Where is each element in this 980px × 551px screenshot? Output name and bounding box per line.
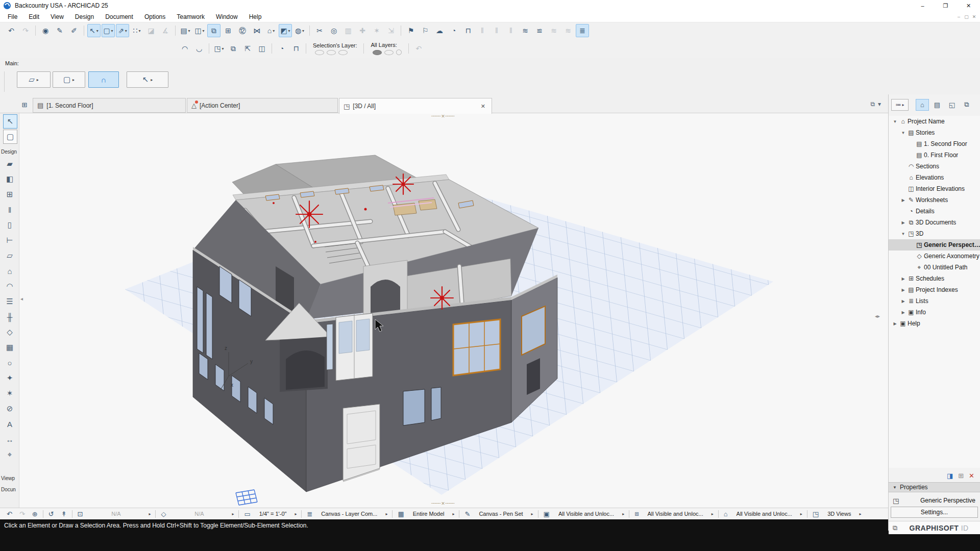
menu-help[interactable]: Help xyxy=(243,12,267,21)
model-view-value[interactable]: All Visible and Unloc... xyxy=(553,511,619,517)
chevron-collapsed-icon[interactable]: ▶ xyxy=(900,299,906,304)
chevron-expanded-icon[interactable]: ▼ xyxy=(900,131,906,135)
tab-overview-icon[interactable]: ⧉ xyxy=(870,101,875,108)
editing-plane-icon[interactable]: ◪ xyxy=(144,24,158,37)
close-button[interactable]: ✕ xyxy=(957,0,980,11)
search-icon[interactable]: ◎ xyxy=(327,24,340,37)
graphisoft-id-bar[interactable]: ⧉ GRAPHISOFT ID xyxy=(889,521,980,534)
3d-views-icon[interactable]: ◳ xyxy=(809,510,822,518)
tree-item-generic-perspective[interactable]: ◳Generic Perspective xyxy=(889,239,980,251)
opening-tool-icon[interactable]: ⊘ xyxy=(3,402,16,415)
quick-lock-icon[interactable]: ⊓ xyxy=(289,42,303,55)
mesh-tool-icon[interactable]: ▦ xyxy=(3,341,16,354)
door-tool-icon[interactable]: ◧ xyxy=(3,172,16,186)
dropdown-arrow-icon[interactable]: ▾ xyxy=(111,29,113,33)
chevron-collapsed-icon[interactable]: ▶ xyxy=(900,288,906,292)
tab-action-center[interactable]: △[Action Center] xyxy=(187,98,338,113)
layer-status-indicator[interactable] xyxy=(396,49,402,55)
dimension-link-icon[interactable]: ⋈ xyxy=(250,24,263,37)
panel-add-icon[interactable]: ⊞ xyxy=(958,472,964,480)
viewport-top-handle[interactable]: ╌╌╌╌ ✕ ╌╌╌╌ xyxy=(431,114,454,119)
magic-wand-icon[interactable]: ✶ xyxy=(370,24,383,37)
camera-tool-icon[interactable]: ⌖ xyxy=(3,448,16,461)
right-splitter-icon[interactable]: ◂▸ xyxy=(875,313,880,319)
menu-options[interactable]: Options xyxy=(139,12,171,21)
roof-tool-icon[interactable]: ⌂ xyxy=(3,264,16,278)
chevron-collapsed-icon[interactable]: ▶ xyxy=(900,277,906,281)
shell-tool-icon[interactable]: ◠ xyxy=(3,280,16,293)
zoom-in-icon[interactable]: ⊕ xyxy=(29,510,41,518)
tree-item-details[interactable]: ◔Details xyxy=(889,206,980,217)
layer-combination-value[interactable]: Canvas - Layer Com... xyxy=(316,511,382,517)
properties-header[interactable]: ▼ Properties xyxy=(889,482,980,492)
tree-item-lists[interactable]: ▶≣Lists xyxy=(889,295,980,307)
profile-manager-icon[interactable]: ◫▾ xyxy=(193,24,206,37)
tree-item-help[interactable]: ▶▣Help xyxy=(889,318,980,329)
menu-teamwork[interactable]: Teamwork xyxy=(171,12,210,21)
chevron-expanded-icon[interactable]: ▼ xyxy=(892,119,898,124)
left-splitter-icon[interactable]: ◂ xyxy=(20,296,23,302)
dropdown-arrow-icon[interactable]: ▸ xyxy=(151,78,153,82)
dropdown-arrow-icon[interactable]: ▾ xyxy=(188,29,190,33)
railing-tool-icon[interactable]: ╫ xyxy=(3,310,16,323)
layer-status-indicator[interactable] xyxy=(327,50,336,55)
marquee-tool-icon[interactable]: ▢ xyxy=(3,130,17,144)
flyout-arrow-icon[interactable]: ▸ xyxy=(856,512,864,516)
flyout-arrow-icon[interactable]: ▸ xyxy=(229,512,237,516)
split-window-icon[interactable]: ◫ xyxy=(255,42,268,55)
flag-outline-icon[interactable]: ⚐ xyxy=(419,24,432,37)
flyout-arrow-icon[interactable]: ▸ xyxy=(619,512,627,516)
dropdown-arrow-icon[interactable]: ▾ xyxy=(222,46,224,51)
send-to-back-icon[interactable]: ⇱ xyxy=(241,42,254,55)
walk-mode-icon[interactable]: ↟ xyxy=(58,510,70,518)
layer-undo-icon[interactable]: ↶ xyxy=(412,42,425,55)
structure-display-icon[interactable]: ▦ xyxy=(394,510,407,518)
zoom-value[interactable]: N/A xyxy=(86,511,145,517)
tab-close-icon[interactable]: ✕ xyxy=(479,102,487,111)
guide-lines-icon[interactable]: ∷▾ xyxy=(130,24,143,37)
tree-item-project-indexes[interactable]: ▶▤Project Indexes xyxy=(889,284,980,295)
3d-view-mode-icon[interactable]: ◳▾ xyxy=(212,42,226,55)
menu-file[interactable]: File xyxy=(2,12,23,21)
view-map-mode[interactable]: ▤ xyxy=(930,99,944,111)
tab-1-second-floor[interactable]: ▤[1. Second Floor] xyxy=(33,98,186,113)
dropdown-arrow-icon[interactable]: ▸ xyxy=(72,78,75,82)
flyout-arrow-icon[interactable]: ▸ xyxy=(797,512,805,516)
tree-item-stories[interactable]: ▼▤Stories xyxy=(889,127,980,138)
arrow-button[interactable]: ↖▸ xyxy=(127,71,168,88)
layer-status-indicator[interactable] xyxy=(384,50,394,55)
tree-item-interior-elevations[interactable]: ◫Interior Elevations xyxy=(889,183,980,194)
panel-properties-icon[interactable]: ◨ xyxy=(947,472,953,480)
scale-icon[interactable]: ▭ xyxy=(240,510,254,518)
dimension-tool-icon[interactable]: ↔ xyxy=(3,433,16,446)
lock-ref-icon[interactable]: ⊓ xyxy=(461,24,475,37)
chevron-collapsed-icon[interactable]: ▶ xyxy=(892,321,898,326)
layer-status-indicator[interactable] xyxy=(373,50,382,55)
navigator-pin-icon[interactable]: ≔▸ xyxy=(891,99,909,111)
grid-a-icon[interactable]: ‖ xyxy=(476,24,489,37)
dropdown-arrow-icon[interactable]: ▾ xyxy=(203,29,205,33)
flyout-arrow-icon[interactable]: ▸ xyxy=(291,512,300,516)
flyout-arrow-icon[interactable]: ▸ xyxy=(145,512,154,516)
zoom-back-icon[interactable]: ↶ xyxy=(3,510,16,518)
orientation-icon[interactable]: ◇ xyxy=(157,510,169,518)
tree-item-3d[interactable]: ▼◳3D xyxy=(889,228,980,239)
renovation-icon[interactable]: ⌂▾ xyxy=(264,24,278,37)
grid-c-icon[interactable]: ‖ xyxy=(504,24,518,37)
zone-tool-icon[interactable]: ○ xyxy=(3,356,16,369)
window-tool-icon[interactable]: ⊞ xyxy=(3,188,16,201)
compass-icon[interactable]: ◍▾ xyxy=(293,24,306,37)
chart-icon[interactable]: ▥ xyxy=(341,24,355,37)
transfer-icon[interactable]: ⇲ xyxy=(384,24,398,37)
arrow-tool-icon[interactable]: ↖ xyxy=(3,114,17,129)
tree-item-schedules[interactable]: ▶⊞Schedules xyxy=(889,273,980,284)
tree-item-0-first-floor[interactable]: ▤0. First Floor xyxy=(889,149,980,161)
tree-item-1-second-floor[interactable]: ▤1. Second Floor xyxy=(889,138,980,149)
dropdown-arrow-icon[interactable]: ▾ xyxy=(138,29,140,33)
restore-button[interactable]: ❐ xyxy=(934,0,957,11)
redo-icon[interactable]: ↷ xyxy=(19,24,32,37)
menu-view[interactable]: View xyxy=(45,12,69,21)
inject-parameters-icon[interactable]: ✐ xyxy=(67,24,81,37)
magnet-button[interactable]: ∩ xyxy=(88,71,119,88)
user-origin-icon[interactable]: ◉ xyxy=(39,24,52,37)
